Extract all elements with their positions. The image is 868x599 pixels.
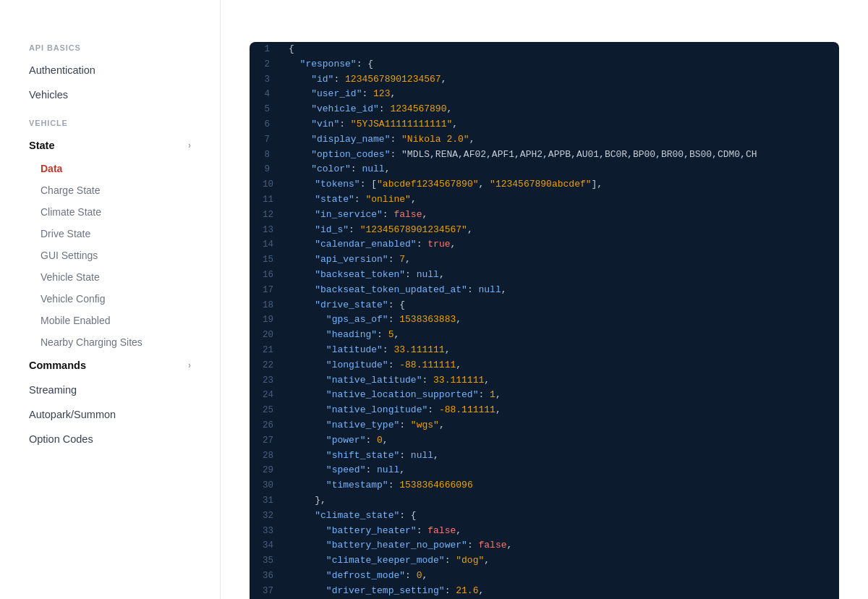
- line-number: 20: [250, 328, 286, 343]
- line-content: },: [286, 493, 332, 509]
- code-line: 14 "calendar_enabled": true,: [250, 237, 839, 252]
- line-number: 25: [250, 403, 286, 418]
- code-line: 21 "latitude": 33.111111,: [250, 343, 839, 358]
- code-line: 11 "state": "online",: [250, 192, 839, 208]
- code-line: 18 "drive_state": {: [250, 298, 839, 313]
- sidebar-item-option-codes[interactable]: Option Codes: [0, 427, 220, 451]
- line-content: "vin": "5YJSA11111111111",: [283, 117, 464, 132]
- sidebar-sub-item-drive-state[interactable]: Drive State: [0, 223, 220, 245]
- code-line: 31 },: [250, 493, 839, 509]
- sidebar-sub-item-data[interactable]: Data: [0, 158, 220, 179]
- line-number: 23: [250, 373, 286, 388]
- code-line: 1{: [250, 42, 839, 57]
- code-line: 25 "native_longitude": -88.111111,: [250, 403, 839, 418]
- sidebar-item-label: Vehicles: [29, 89, 68, 101]
- code-line: 34 "battery_heater_no_power": false,: [250, 538, 839, 553]
- line-content: "shift_state": null,: [286, 449, 445, 464]
- line-number: 15: [250, 252, 286, 268]
- line-number: 37: [250, 584, 286, 599]
- line-content: "heading": 5,: [286, 328, 405, 343]
- line-number: 4: [250, 87, 283, 102]
- sidebar-sub-item-gui-settings[interactable]: GUI Settings: [0, 245, 220, 266]
- line-number: 26: [250, 418, 286, 433]
- line-content: "calendar_enabled": true,: [286, 237, 461, 252]
- line-content: "drive_state": {: [286, 298, 411, 313]
- line-content: "tokens": ["abcdef1234567890", "12345678…: [286, 177, 608, 192]
- line-number: 1: [250, 42, 283, 57]
- line-number: 11: [250, 192, 286, 208]
- code-line: 2 "response": {: [250, 57, 839, 72]
- line-number: 2: [250, 57, 283, 72]
- line-number: 33: [250, 524, 286, 539]
- line-number: 32: [250, 509, 286, 524]
- sidebar-item-authentication[interactable]: Authentication: [0, 58, 220, 82]
- line-content: "climate_state": {: [286, 509, 422, 524]
- line-content: "climate_keeper_mode": "dog",: [286, 553, 495, 569]
- line-number: 10: [250, 177, 286, 192]
- sidebar-sub-item-climate-state[interactable]: Climate State: [0, 201, 220, 223]
- line-number: 27: [250, 433, 286, 449]
- line-content: "power": 0,: [286, 433, 394, 449]
- sidebar-item-vehicles[interactable]: Vehicles: [0, 82, 220, 107]
- sidebar-item-label: Streaming: [29, 384, 77, 396]
- sidebar-item-commands[interactable]: Commands›: [0, 353, 220, 378]
- chevron-icon: ›: [188, 140, 191, 150]
- line-content: "user_id": 123,: [283, 87, 401, 102]
- line-content: "id_s": "12345678901234567",: [286, 223, 479, 238]
- sidebar-item-label: Authentication: [29, 64, 95, 76]
- line-content: "native_type": "wgs",: [286, 418, 451, 433]
- line-content: "defrost_mode": 0,: [286, 569, 433, 584]
- line-number: 28: [250, 449, 286, 464]
- line-content: "battery_heater_no_power": false,: [286, 538, 518, 553]
- line-number: 18: [250, 298, 286, 313]
- line-content: "state": "online",: [286, 192, 422, 208]
- sidebar-item-introduction[interactable]: [0, 14, 220, 32]
- main-content: 1{2 "response": {3 "id": 123456789012345…: [221, 0, 868, 599]
- sidebar-item-streaming[interactable]: Streaming: [0, 378, 220, 402]
- line-number: 36: [250, 569, 286, 584]
- code-line: 12 "in_service": false,: [250, 208, 839, 223]
- code-line: 7 "display_name": "Nikola 2.0",: [250, 132, 839, 148]
- sidebar-item-autopark-summon[interactable]: Autopark/Summon: [0, 402, 220, 427]
- code-line: 22 "longitude": -88.111111,: [250, 358, 839, 373]
- line-number: 30: [250, 478, 286, 493]
- sidebar-sub-item-vehicle-state[interactable]: Vehicle State: [0, 266, 220, 288]
- sidebar-sub-item-nearby-charging-sites[interactable]: Nearby Charging Sites: [0, 331, 220, 353]
- line-number: 34: [250, 538, 286, 553]
- sidebar-item-label: Option Codes: [29, 433, 93, 445]
- chevron-icon: ›: [188, 360, 191, 370]
- line-number: 35: [250, 553, 286, 569]
- line-number: 7: [250, 132, 283, 148]
- sidebar-item-label: Autopark/Summon: [29, 409, 116, 420]
- sidebar: API BASICSAuthenticationVehiclesVEHICLES…: [0, 0, 221, 599]
- code-line: 35 "climate_keeper_mode": "dog",: [250, 553, 839, 569]
- line-content: "option_codes": "MDLS,RENA,AF02,APF1,APH…: [283, 148, 763, 163]
- line-content: "timestamp": 1538364666096: [286, 478, 479, 493]
- line-number: 3: [250, 72, 283, 88]
- code-line: 16 "backseat_token": null,: [250, 268, 839, 283]
- code-line: 24 "native_location_supported": 1,: [250, 388, 839, 403]
- line-number: 9: [250, 162, 283, 177]
- sidebar-sub-item-mobile-enabled[interactable]: Mobile Enabled: [0, 310, 220, 331]
- sidebar-item-state[interactable]: State›: [0, 133, 220, 158]
- line-number: 31: [250, 493, 286, 509]
- line-content: "longitude": -88.111111,: [286, 358, 467, 373]
- code-line: 10 "tokens": ["abcdef1234567890", "12345…: [250, 177, 839, 192]
- sidebar-sub-item-charge-state[interactable]: Charge State: [0, 179, 220, 201]
- line-content: "color": null,: [283, 162, 396, 177]
- line-content: "gps_as_of": 1538363883,: [286, 313, 467, 328]
- line-content: "in_service": false,: [286, 208, 433, 223]
- code-line: 20 "heading": 5,: [250, 328, 839, 343]
- line-content: "vehicle_id": 1234567890,: [283, 102, 458, 117]
- code-line: 19 "gps_as_of": 1538363883,: [250, 313, 839, 328]
- line-number: 22: [250, 358, 286, 373]
- line-number: 14: [250, 237, 286, 252]
- line-content: "display_name": "Nikola 2.0",: [283, 132, 480, 148]
- line-number: 16: [250, 268, 286, 283]
- sidebar-sub-item-vehicle-config[interactable]: Vehicle Config: [0, 288, 220, 310]
- code-line: 29 "speed": null,: [250, 463, 839, 478]
- line-number: 19: [250, 313, 286, 328]
- sidebar-section-label: API BASICS: [0, 32, 220, 58]
- sidebar-item-label: Commands: [29, 360, 86, 371]
- sidebar-item-label: State: [29, 140, 54, 151]
